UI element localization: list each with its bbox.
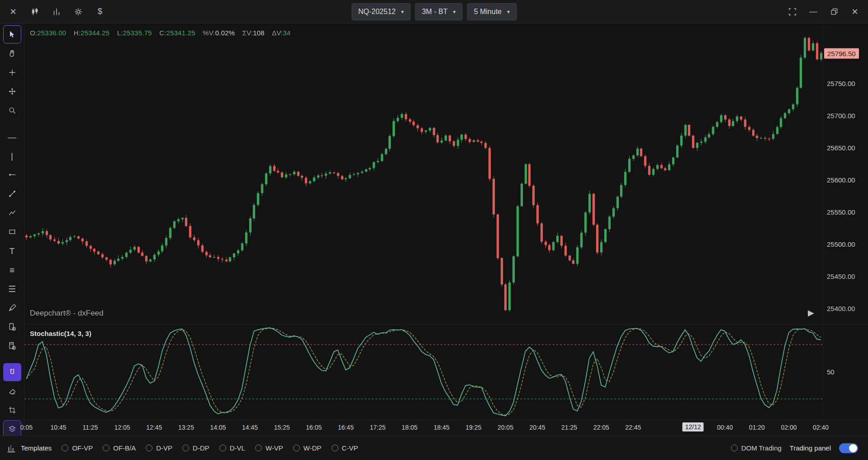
eraser-tool[interactable] — [3, 382, 21, 400]
candle-chart-type-icon[interactable] — [26, 3, 43, 20]
horizontal-ray-tool[interactable] — [3, 166, 21, 184]
lines-list-tool[interactable]: ☰ — [3, 280, 21, 298]
topbar-left-icons: ✕ $ — [0, 3, 109, 20]
pen-tool[interactable] — [3, 299, 21, 317]
trading-panel-toggle[interactable] — [839, 443, 858, 453]
template-option-d-vl[interactable]: D-VL — [219, 444, 245, 452]
symbol-dropdown[interactable]: NQ-202512 ▾ — [351, 3, 411, 20]
play-button[interactable]: ▶ — [808, 308, 814, 318]
templates-label: Templates — [21, 444, 52, 452]
time-label-date: 12/12 — [683, 422, 704, 431]
time-label: 00:40 — [717, 424, 733, 431]
interval-dropdown-label: 5 Minute — [474, 8, 502, 16]
radio-icon — [255, 445, 262, 451]
percent-volume-value: 0.02% — [215, 29, 235, 37]
minimize-icon[interactable]: — — [805, 3, 822, 20]
close-icon[interactable]: ✕ — [5, 3, 22, 20]
magnet-tool[interactable] — [3, 363, 21, 381]
polyline-tool[interactable] — [3, 204, 21, 222]
dom-trading-radio[interactable]: DOM Trading — [731, 444, 782, 452]
template-option-of-vp[interactable]: OF-VP — [62, 444, 93, 452]
sum-volume-label: ΣV: — [242, 29, 253, 37]
time-axis[interactable]: 0:0510:4511:2512:0512:4513:2514:0514:451… — [24, 420, 868, 436]
templates-icon — [6, 443, 16, 453]
horizontal-line-tool[interactable]: — — [3, 128, 21, 146]
time-label: 22:05 — [593, 424, 609, 431]
dollar-icon[interactable]: $ — [91, 3, 109, 20]
ohlc-open-value: 25336.00 — [37, 29, 66, 37]
template-options: OF-VPOF-B/AD-VPD-DPD-VLW-VPW-DPC-VP — [62, 444, 358, 452]
time-label: 12:45 — [146, 424, 162, 431]
radio-icon — [146, 445, 152, 451]
pointer-tool[interactable] — [3, 25, 21, 43]
range-dropdown[interactable]: 3M - BT ▾ — [415, 3, 463, 20]
stochastic-axis-label: 50 — [827, 368, 835, 376]
template-option-label: D-VL — [230, 444, 245, 452]
template-option-w-dp[interactable]: W-DP — [293, 444, 322, 452]
price-tick: 25650.00 — [827, 144, 855, 151]
ohlc-low-value: 25335.75 — [123, 29, 152, 37]
crop-tool[interactable] — [3, 401, 21, 419]
template-option-label: D-VP — [156, 444, 172, 452]
template-option-c-vp[interactable]: C-VP — [332, 444, 358, 452]
trading-app-window: ✕ $ NQ-202512 ▾ 3M - BT ▾ 5 Minute — [0, 0, 868, 460]
window-controls: — ✕ — [784, 3, 868, 20]
delta-volume-value: 34 — [283, 29, 290, 37]
template-option-d-dp[interactable]: D-DP — [182, 444, 209, 452]
ohlc-close-label: C: — [159, 29, 166, 37]
time-label: 20:45 — [529, 424, 545, 431]
template-option-label: D-DP — [193, 444, 209, 452]
frame-select-icon[interactable] — [784, 3, 801, 20]
time-label: 15:25 — [274, 424, 290, 431]
time-label: 14:05 — [210, 424, 226, 431]
bar-chart-icon[interactable] — [48, 3, 65, 20]
radio-icon — [182, 445, 189, 451]
short-position-tool[interactable]: $ — [3, 337, 21, 355]
last-price-tag: 25796.50 — [824, 48, 859, 58]
crosshair-tool[interactable] — [3, 63, 21, 81]
price-tick: 25500.00 — [827, 240, 855, 248]
zoom-tool[interactable] — [3, 101, 21, 120]
radio-icon — [219, 445, 226, 451]
templates-button[interactable]: Templates — [6, 443, 52, 453]
vertical-line-tool[interactable]: | — [3, 147, 21, 165]
price-axis[interactable]: 25750.0025700.0025650.0025600.0025550.00… — [823, 24, 868, 420]
toggle-knob — [849, 444, 857, 452]
rectangle-tool[interactable] — [3, 223, 21, 241]
template-option-of-b-a[interactable]: OF-B/A — [103, 444, 136, 452]
chevron-down-icon: ▾ — [507, 9, 510, 15]
ohlc-close-value: 25341.25 — [166, 29, 195, 37]
restore-window-icon[interactable] — [825, 3, 843, 20]
template-option-label: W-VP — [266, 444, 283, 452]
move-tool[interactable] — [3, 82, 21, 101]
settings-gear-icon[interactable] — [70, 3, 87, 20]
time-label: 13:25 — [178, 424, 194, 431]
parallel-lines-tool[interactable]: ≡ — [3, 261, 21, 279]
percent-volume-label: %V: — [203, 29, 215, 37]
range-dropdown-label: 3M - BT — [422, 8, 448, 16]
time-label: 10:45 — [50, 424, 66, 431]
price-chart-canvas[interactable] — [24, 24, 823, 324]
stochastic-canvas[interactable] — [24, 325, 823, 420]
template-option-label: OF-B/A — [113, 444, 136, 452]
pan-hand-tool[interactable] — [3, 44, 21, 62]
long-position-tool[interactable]: $ — [3, 318, 21, 336]
time-label: 19:25 — [465, 424, 481, 431]
template-option-w-vp[interactable]: W-VP — [255, 444, 283, 452]
topbar-dropdowns: NQ-202512 ▾ 3M - BT ▾ 5 Minute ▾ — [351, 3, 517, 20]
interval-dropdown[interactable]: 5 Minute ▾ — [467, 3, 517, 20]
template-option-label: W-DP — [304, 444, 322, 452]
chart-watermark: Deepchart® - dxFeed — [30, 309, 104, 318]
time-label: 18:05 — [402, 424, 417, 431]
template-option-d-vp[interactable]: D-VP — [146, 444, 172, 452]
time-label: 0:05 — [20, 424, 33, 431]
text-tool[interactable]: T — [3, 242, 21, 260]
close-window-icon[interactable]: ✕ — [846, 3, 863, 20]
trend-line-tool[interactable] — [3, 185, 21, 203]
ohlc-readout: O:25336.00 H:25344.25 L:25335.75 C:25341… — [30, 29, 296, 37]
ohlc-high-label: H: — [74, 29, 81, 37]
template-option-label: OF-VP — [72, 444, 93, 452]
chevron-down-icon: ▾ — [453, 9, 456, 15]
time-label: 20:05 — [498, 424, 513, 431]
ohlc-open-label: O: — [30, 29, 37, 37]
